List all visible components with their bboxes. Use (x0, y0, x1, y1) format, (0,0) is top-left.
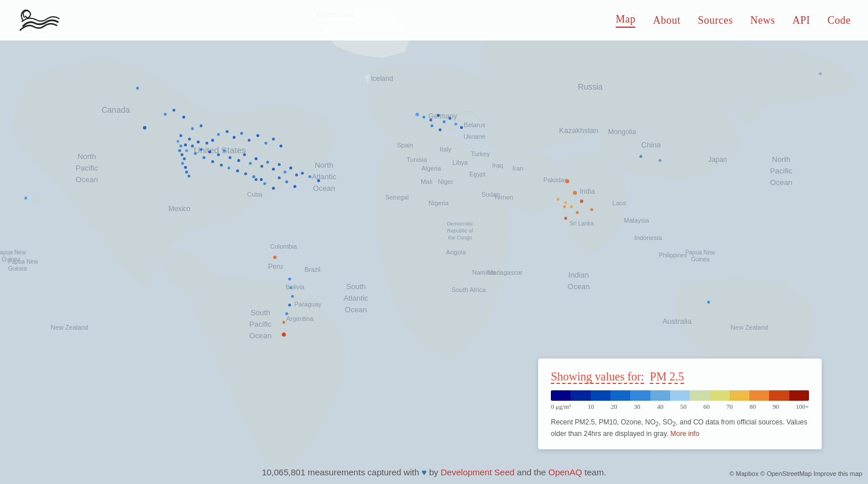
nav-sources[interactable]: Sources (698, 14, 733, 27)
svg-text:Argentina: Argentina (286, 315, 314, 322)
scale-10: 10 (588, 403, 594, 410)
svg-text:Russia: Russia (578, 82, 603, 91)
scale-90: 90 (773, 403, 779, 410)
svg-text:Cuba: Cuba (247, 191, 263, 198)
map-credit: © Mapbox © OpenStreetMap Improve this ma… (729, 470, 862, 477)
svg-text:North: North (772, 155, 790, 164)
svg-text:Papua New: Papua New (0, 249, 27, 256)
svg-text:Papua New: Papua New (685, 249, 715, 256)
svg-text:Pakistan: Pakistan (543, 176, 568, 183)
measurement-count: 10,065,801 (262, 467, 305, 477)
legend-title-prefix: Showing values for: (551, 370, 644, 384)
svg-text:Paraguay: Paraguay (294, 301, 322, 308)
svg-text:North: North (315, 161, 333, 169)
dev-seed-link[interactable]: Development Seed (441, 467, 515, 477)
svg-text:Madagascar: Madagascar (488, 269, 523, 276)
more-info-link[interactable]: More info (671, 430, 700, 438)
svg-text:Laos: Laos (612, 199, 626, 206)
scale-0: 0 μg/m³ (551, 403, 571, 410)
svg-text:Mexico: Mexico (168, 205, 190, 213)
header: Map About Sources News API Code (0, 0, 868, 40)
footer-text2: by (429, 467, 439, 477)
scale-60: 60 (703, 403, 709, 410)
svg-text:Guinea: Guinea (691, 256, 710, 263)
heart-icon: ♥ (421, 467, 426, 477)
svg-text:Papua New: Papua New (8, 258, 38, 265)
scale-50: 50 (680, 403, 686, 410)
svg-text:Indian: Indian (568, 271, 589, 279)
svg-text:Egypt: Egypt (469, 171, 486, 178)
svg-text:Niger: Niger (438, 178, 454, 185)
svg-text:New Zealand: New Zealand (731, 324, 768, 331)
scale-100: 100+ (796, 403, 809, 410)
svg-text:Peru: Peru (268, 263, 282, 271)
scale-30: 30 (634, 403, 640, 410)
svg-text:Italy: Italy (440, 146, 452, 153)
logo (17, 6, 64, 35)
svg-text:South: South (251, 308, 270, 317)
legend-title: Showing values for: PM 2.5 (551, 370, 809, 383)
svg-text:Nigeria: Nigeria (429, 199, 450, 206)
svg-text:Atlantic: Atlantic (312, 172, 337, 181)
nav-code[interactable]: Code (827, 14, 851, 27)
svg-text:Australia: Australia (663, 317, 692, 326)
svg-text:Malaysia: Malaysia (624, 217, 649, 224)
scale-70: 70 (726, 403, 733, 410)
legend-panel: Showing values for: PM 2.5 0 μg/m³ 10 20… (538, 359, 822, 449)
scale-80: 80 (749, 403, 756, 410)
svg-text:Spain: Spain (397, 142, 413, 149)
openaq-link[interactable]: OpenAQ (549, 467, 582, 477)
legend-pollutant[interactable]: PM 2.5 (650, 370, 684, 384)
svg-text:Ocean: Ocean (770, 178, 792, 187)
svg-text:New Zealand: New Zealand (51, 324, 89, 331)
svg-text:Angola: Angola (446, 249, 466, 256)
scale-40: 40 (657, 403, 663, 410)
svg-text:Senegal: Senegal (385, 194, 409, 201)
svg-text:Iraq: Iraq (492, 162, 503, 169)
svg-text:Tunisia: Tunisia (406, 156, 427, 163)
nav-map[interactable]: Map (616, 13, 636, 28)
svg-text:Republic of: Republic of (447, 228, 473, 234)
svg-text:China: China (641, 141, 661, 149)
svg-text:Ocean: Ocean (345, 305, 367, 314)
svg-text:Pacific: Pacific (249, 320, 272, 328)
svg-text:Ocean: Ocean (249, 331, 271, 340)
footer-text4: team. (584, 467, 606, 477)
nav-about[interactable]: About (653, 14, 681, 27)
svg-text:Indonesia: Indonesia (634, 234, 663, 241)
svg-text:Guinea: Guinea (8, 265, 27, 272)
svg-text:Germany: Germany (428, 112, 457, 120)
svg-text:Kazakhstan: Kazakhstan (559, 126, 598, 135)
svg-text:Philippines: Philippines (659, 252, 687, 258)
svg-text:Colombia: Colombia (270, 243, 297, 250)
svg-text:South: South (346, 282, 366, 291)
footer-text1: measurements captured with (308, 467, 420, 477)
svg-text:Ocean: Ocean (76, 175, 98, 184)
svg-text:Democratic: Democratic (447, 221, 473, 227)
svg-text:Canada: Canada (101, 105, 130, 114)
svg-text:Sudan: Sudan (481, 191, 500, 198)
legend-description: Recent PM2.5, PM10, Ozone, NO2, SO2, and… (551, 417, 809, 439)
svg-text:Pacific: Pacific (76, 164, 98, 172)
nav-news[interactable]: News (750, 14, 775, 27)
footer-text3: and the (517, 467, 546, 477)
svg-text:North: North (78, 152, 96, 161)
svg-text:Ocean: Ocean (313, 184, 335, 193)
svg-text:United States: United States (194, 145, 246, 155)
svg-text:Mali: Mali (421, 178, 432, 185)
svg-text:Libya: Libya (453, 159, 468, 166)
svg-text:Japan: Japan (708, 156, 727, 164)
svg-text:Brazil: Brazil (304, 266, 321, 273)
svg-text:Iceland: Iceland (371, 75, 393, 83)
svg-text:Turkey: Turkey (470, 150, 490, 157)
svg-text:Belarus: Belarus (464, 121, 486, 128)
svg-text:India: India (580, 187, 595, 195)
color-scale-labels: 0 μg/m³ 10 20 30 40 50 60 70 80 90 100+ (551, 403, 809, 410)
svg-text:South Africa: South Africa (451, 286, 486, 293)
svg-text:Pacific: Pacific (770, 167, 793, 175)
svg-text:Algeria: Algeria (421, 165, 442, 172)
nav-api[interactable]: API (792, 14, 810, 27)
svg-text:Mongolia: Mongolia (608, 128, 637, 136)
svg-text:Sri Lanka: Sri Lanka (569, 220, 594, 227)
scale-20: 20 (611, 403, 617, 410)
